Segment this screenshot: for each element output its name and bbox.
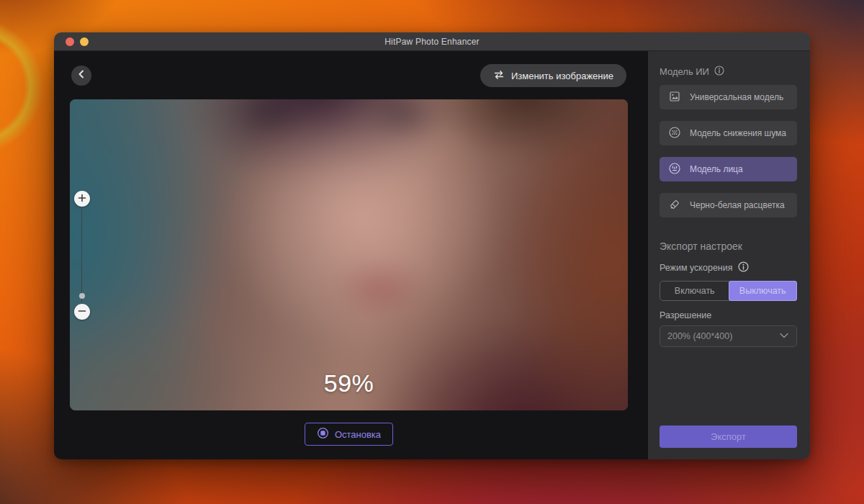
info-icon[interactable] [738, 261, 749, 274]
close-button[interactable] [66, 37, 74, 46]
model-label: Модель лица [690, 164, 743, 174]
resolution-label: Разрешение [660, 310, 797, 320]
settings-sidebar: Модель ИИ Универсальная модель Модель [648, 51, 810, 459]
model-button-face[interactable]: Модель лица [660, 157, 797, 181]
stop-button[interactable]: Остановка [305, 423, 393, 446]
acceleration-mode-label-row: Режим ускорения [660, 261, 797, 274]
image-icon [668, 90, 681, 105]
stop-label: Остановка [335, 429, 381, 440]
zoom-control [70, 99, 94, 410]
acceleration-toggle: Включать Выключать [660, 281, 797, 301]
model-label: Модель снижения шума [690, 128, 786, 138]
model-button-universal[interactable]: Универсальная модель [660, 85, 797, 109]
model-label: Черно-белая расцветка [690, 200, 785, 210]
blurred-portrait-image [70, 99, 628, 410]
stop-row: Остановка [70, 423, 628, 446]
window-title: HitPaw Photo Enhancer [54, 37, 810, 47]
chevron-down-icon [779, 331, 789, 341]
face-icon [668, 162, 681, 177]
export-settings-title: Экспорт настроек [660, 240, 797, 252]
stop-icon [317, 427, 329, 441]
zoom-slider-handle[interactable] [79, 293, 85, 299]
acceleration-label: Режим ускорения [660, 263, 733, 273]
change-image-button[interactable]: Изменить изображение [480, 64, 626, 87]
chevron-left-icon [76, 69, 86, 82]
model-label: Универсальная модель [690, 92, 783, 102]
progress-percentage: 59% [70, 369, 628, 397]
swap-arrows-icon [493, 70, 505, 82]
ai-model-section-header: Модель ИИ [660, 66, 797, 78]
back-button[interactable] [71, 66, 91, 86]
minus-icon [78, 305, 86, 318]
noise-dots-icon [668, 126, 681, 141]
info-icon[interactable] [714, 66, 724, 78]
zoom-out-button[interactable] [74, 304, 90, 320]
toggle-off-option[interactable]: Выключать [729, 281, 798, 301]
colorize-icon [668, 198, 681, 213]
zoom-slider-track[interactable] [81, 209, 82, 302]
toggle-on-option[interactable]: Включать [660, 282, 729, 300]
resolution-value: 200% (400*400) [667, 331, 732, 341]
export-button[interactable]: Экспорт [660, 426, 797, 448]
preview-area: Изменить изображение [54, 51, 648, 459]
window-content: Изменить изображение [54, 51, 810, 459]
model-button-denoise[interactable]: Модель снижения шума [660, 121, 797, 145]
zoom-in-button[interactable] [74, 191, 90, 207]
traffic-lights [66, 37, 89, 46]
app-window: HitPaw Photo Enhancer Изменить изображен… [54, 32, 810, 459]
titlebar[interactable]: HitPaw Photo Enhancer [54, 32, 810, 51]
model-list: Универсальная модель Модель снижения шум… [660, 85, 797, 217]
change-image-label: Изменить изображение [511, 71, 613, 81]
ai-model-title: Модель ИИ [660, 66, 709, 77]
plus-icon [78, 192, 86, 205]
minimize-button[interactable] [80, 37, 89, 46]
photo-preview: 59% [70, 99, 628, 410]
model-button-bw-colorize[interactable]: Черно-белая расцветка [660, 193, 797, 217]
resolution-dropdown[interactable]: 200% (400*400) [660, 325, 797, 347]
